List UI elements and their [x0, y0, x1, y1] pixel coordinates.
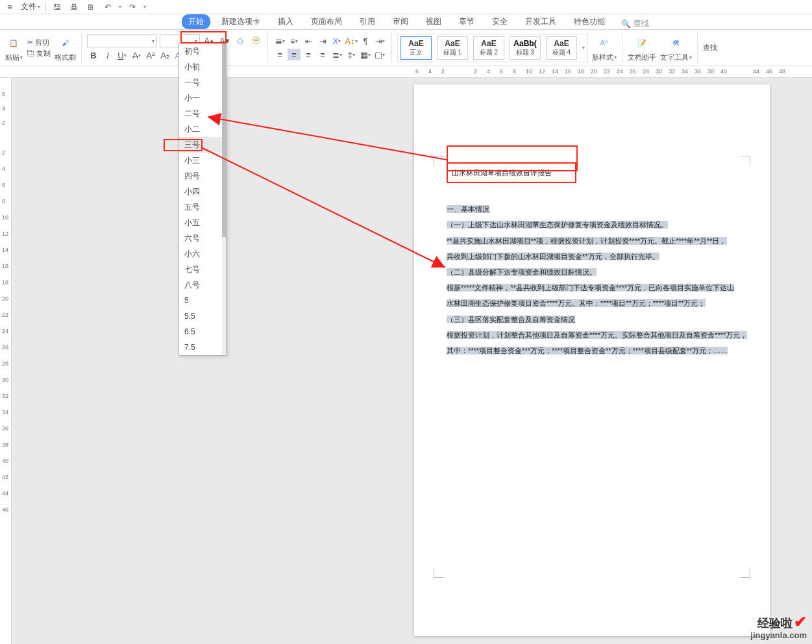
size-option[interactable]: 六号 [179, 230, 226, 246]
scroll-thumb[interactable] [222, 43, 226, 237]
tab-feature[interactable]: 特色功能 [567, 14, 611, 29]
doc-line[interactable]: 共收到上级部门下拨的山水林田湖项目资金**万元，全部执行完毕。 [447, 253, 659, 260]
super-button[interactable]: A² [144, 49, 157, 61]
horizontal-ruler[interactable]: 6422468101214161820222426283032343638404… [0, 66, 812, 78]
doc-line[interactable]: 水林田湖生态保护修复项目资金****万元。其中：****项目**万元；****项… [447, 299, 706, 307]
size-option[interactable]: 五号 [179, 199, 226, 215]
size-option[interactable]: 七号 [179, 262, 226, 277]
document-page[interactable]: 山水林田湖草项目绩效自评报告 一、基本情况 （一）上级下达山水林田湖草生态保护修… [414, 84, 770, 636]
size-option[interactable]: 八号 [179, 277, 226, 293]
size-option[interactable]: 一号 [179, 75, 226, 90]
size-option[interactable]: 四号 [179, 168, 226, 184]
numbering-button[interactable]: ≡▾ [288, 35, 301, 47]
doc-line[interactable]: （二）县级分解下达专项资金和绩效目标情况。 [447, 268, 597, 276]
style-h2[interactable]: AaE标题 2 [473, 36, 504, 60]
tab-start[interactable]: 开始 [182, 14, 210, 29]
size-option[interactable]: 二号 [179, 106, 226, 121]
indent-dec-button[interactable]: ⇤ [302, 35, 315, 47]
doc-line[interactable]: 其中：****项目整合资金***万元；****项目整合资金**万元；****项目… [447, 347, 728, 354]
align-center-button[interactable]: ≡ [288, 49, 301, 60]
sub-button[interactable]: A₂ [158, 49, 171, 61]
doc-line[interactable]: （一）上级下达山水林田湖草生态保护修复专项资金及绩效目标情况。 [447, 221, 668, 229]
style-h1[interactable]: AaE标题 1 [437, 36, 468, 60]
menu-icon[interactable]: ≡ [4, 1, 16, 13]
show-marks-button[interactable]: ¶ [359, 35, 372, 47]
align-left-button[interactable]: ≡ [273, 49, 286, 60]
size-option[interactable]: 三号 [179, 137, 226, 153]
doc-heading[interactable]: 一、基本情况 [447, 205, 489, 213]
justify-button[interactable]: ≡ [316, 49, 329, 60]
file-menu[interactable]: 文件▾ [21, 1, 40, 12]
doc-line[interactable]: 根据投资计划，计划整合其他项目及自筹资金****万元。实际整合其他项目及自筹资金… [447, 331, 747, 339]
size-option[interactable]: 小三 [179, 153, 226, 168]
size-option[interactable]: 小一 [179, 90, 226, 106]
tab-layout[interactable]: 页面布局 [304, 14, 349, 29]
tab-ref[interactable]: 引用 [353, 14, 382, 29]
style-h3[interactable]: AaBb(标题 3 [510, 36, 541, 60]
preview-icon[interactable]: 🗎 [85, 1, 97, 13]
tab-new[interactable]: 新建选项卡 [215, 14, 267, 29]
line-spacing-button[interactable]: ‡▾ [345, 49, 358, 60]
tab-chapter[interactable]: 章节 [452, 14, 481, 29]
size-option[interactable]: 6.5 [179, 324, 226, 340]
copy-button[interactable]: ⿻复制 [27, 49, 51, 58]
sort-button[interactable]: A↕▾ [345, 35, 358, 47]
align-right-button[interactable]: ≡ [302, 49, 315, 60]
styles-more-button[interactable]: ▾ [582, 45, 585, 51]
scrollbar[interactable] [222, 43, 226, 355]
size-option[interactable]: 初号 [179, 43, 226, 59]
underline-button[interactable]: U▾ [116, 49, 129, 61]
size-option[interactable]: 小五 [179, 215, 226, 230]
styles-gallery[interactable]: AaE正文 AaE标题 1 AaE标题 2 AaBb(标题 3 AaE标题 4 … [397, 34, 588, 62]
undo-icon[interactable]: ↶ [102, 1, 114, 13]
size-option[interactable]: 5 [179, 293, 226, 308]
doc-helper-button[interactable]: 📝 文档助手 [628, 33, 656, 62]
border-button[interactable]: ▢▾ [373, 49, 386, 60]
save-icon[interactable]: 🖫 [51, 1, 63, 13]
clear-format-button[interactable]: ◇ [234, 34, 247, 46]
doc-title[interactable]: 山水林田湖草项目绩效自评报告 [447, 162, 576, 183]
doc-line[interactable]: **县共实施山水林田湖项目**项，根据投资计划，计划投资****万元。截止***… [447, 237, 727, 245]
tab-review[interactable]: 审阅 [386, 14, 415, 29]
tab-security[interactable]: 安全 [486, 14, 514, 29]
size-option[interactable]: 小六 [179, 246, 226, 262]
italic-button[interactable]: I [101, 49, 114, 61]
redo-icon[interactable]: ↷ [127, 1, 138, 13]
tab-insert[interactable]: 插入 [271, 14, 300, 29]
indent-inc-button[interactable]: ⇥ [316, 35, 329, 47]
shading-button[interactable]: ▦▾ [359, 49, 372, 60]
distribute-button[interactable]: ≣▾ [330, 49, 343, 60]
new-style-button[interactable]: Aᴬ 新样式▾ [592, 33, 617, 62]
bold-button[interactable]: B [87, 49, 100, 61]
text-tools-button[interactable]: 🛠 文字工具▾ [660, 33, 692, 62]
doc-line[interactable]: （三）县区落实配套整合及自筹资金情况 [447, 316, 575, 323]
workspace[interactable]: 山水林田湖草项目绩效自评报告 一、基本情况 （一）上级下达山水林田湖草生态保护修… [12, 78, 812, 644]
cut-button[interactable]: ✂剪切 [27, 38, 51, 47]
strike-button[interactable]: A̶▾ [130, 49, 143, 61]
case-button[interactable]: X▾ [330, 35, 343, 47]
vertical-ruler[interactable]: 6422468101214161820222426283032343638404… [0, 78, 12, 644]
phonetic-button[interactable]: ㊥ [249, 34, 262, 46]
find-replace-button[interactable]: 查找 [703, 43, 717, 53]
tab-button[interactable]: ⇥▾ [373, 35, 386, 47]
style-normal[interactable]: AaE正文 [400, 36, 432, 60]
paste-button[interactable]: 📋 粘贴▾ [4, 33, 23, 62]
size-option[interactable]: 7.5 [179, 340, 226, 355]
size-option[interactable]: 5.5 [179, 308, 226, 324]
doc-line[interactable]: 根据*****文件精神，**县共收到上级部门下达专项资金****万元，已向各项目… [447, 284, 734, 291]
size-option[interactable]: 小初 [179, 59, 226, 75]
font-size-dropdown[interactable]: 初号小初一号小一二号小二三号小三四号小四五号小五六号小六七号八号55.56.57… [178, 43, 227, 356]
search-button[interactable]: 🔍 查找 [621, 18, 649, 29]
bullets-button[interactable]: ≣▾ [273, 35, 286, 47]
tab-devtools[interactable]: 开发工具 [519, 14, 563, 29]
size-option[interactable]: 小四 [179, 184, 226, 199]
size-option[interactable]: 小二 [179, 121, 226, 137]
print-icon[interactable]: 🖶 [68, 1, 80, 13]
redo-caret[interactable]: ▾ [143, 4, 146, 10]
document-body[interactable]: 山水林田湖草项目绩效自评报告 一、基本情况 （一）上级下达山水林田湖草生态保护修… [447, 162, 757, 358]
font-name-input[interactable]: ▾ [87, 34, 157, 47]
undo-caret[interactable]: ▾ [119, 4, 121, 10]
format-painter-button[interactable]: 🖌 格式刷 [55, 33, 76, 62]
style-h4[interactable]: AaE标题 4 [546, 36, 577, 60]
tab-view[interactable]: 视图 [419, 14, 448, 29]
